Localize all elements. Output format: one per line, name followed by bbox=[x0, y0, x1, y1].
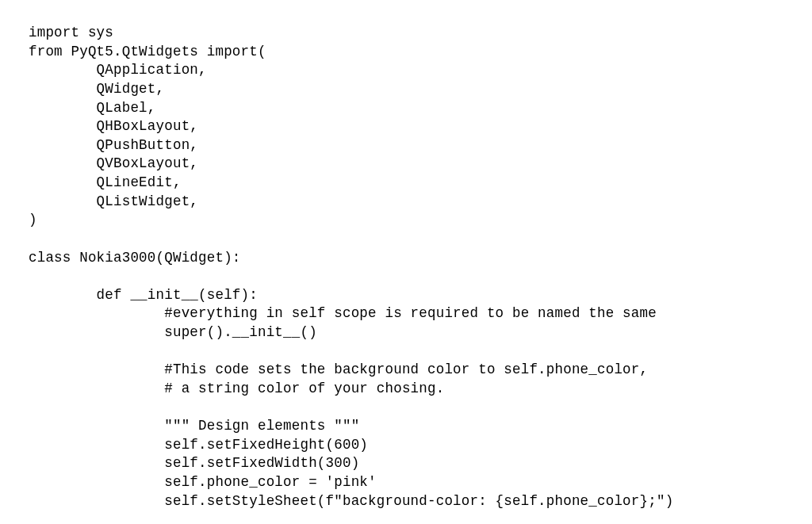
code-block: import sys from PyQt5.QtWidgets import( … bbox=[29, 24, 783, 511]
